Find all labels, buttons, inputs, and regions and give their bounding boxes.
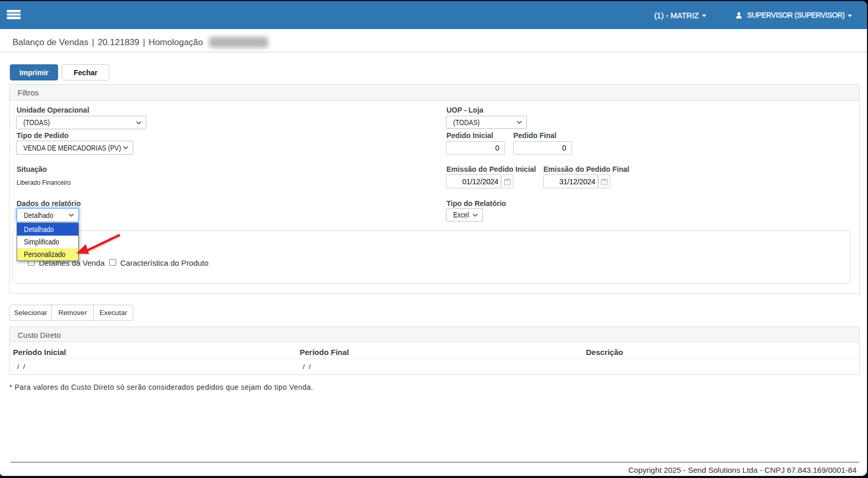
svg-text:7: 7 [507, 181, 509, 184]
svg-text:7: 7 [604, 181, 606, 184]
